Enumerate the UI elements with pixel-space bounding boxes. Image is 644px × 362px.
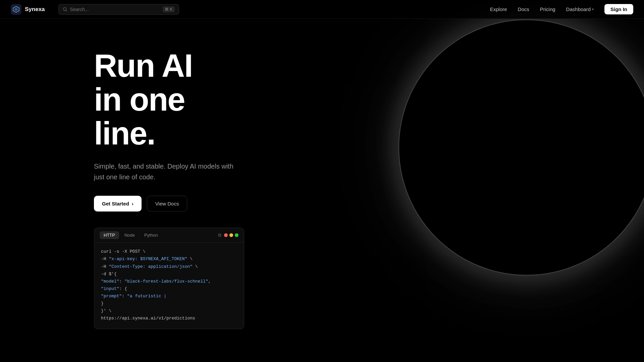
code-content: curl -s -X POST \ -H "x-api-key: $SYNEXA… — [94, 243, 244, 329]
traffic-light-green — [235, 233, 238, 237]
code-tabs: HTTP Node Python ⧉ — [94, 228, 244, 243]
signin-button[interactable]: Sign In — [604, 4, 633, 14]
chevron-down-icon: ▾ — [592, 7, 594, 11]
search-shortcut: ⌘ K — [163, 6, 174, 12]
search-input[interactable] — [70, 7, 160, 12]
code-line-7: "prompt": "a futuristic | — [101, 293, 237, 300]
traffic-light-yellow — [229, 233, 233, 237]
hero-left: Run AI in one line. Simple, fast, and st… — [0, 19, 244, 329]
hero-section: Run AI in one line. Simple, fast, and st… — [0, 19, 644, 362]
nav-explore[interactable]: Explore — [490, 6, 507, 12]
code-block: HTTP Node Python ⧉ curl -s -X POST \ -H … — [94, 228, 244, 329]
nav-dashboard-label: Dashboard — [566, 6, 591, 12]
hero-buttons: Get Started › View Docs — [94, 196, 244, 212]
logo-text: Synexa — [25, 6, 45, 13]
navbar: Synexa ⌘ K Explore Docs Pricing Dashboar… — [0, 0, 644, 19]
code-line-8: } — [101, 300, 237, 307]
tab-node[interactable]: Node — [120, 231, 139, 239]
arrow-right-icon: › — [132, 201, 133, 206]
hero-title-line1: Run AI — [94, 48, 193, 83]
nav-links: Explore Docs Pricing Dashboard ▾ Sign In — [490, 4, 633, 14]
code-tab-actions: ⧉ — [218, 232, 238, 238]
hero-subtitle: Simple, fast, and stable. Deploy AI mode… — [94, 161, 238, 182]
search-container: ⌘ K — [58, 4, 179, 15]
view-docs-button[interactable]: View Docs — [147, 196, 187, 212]
traffic-light-red — [224, 233, 228, 237]
logo-icon — [11, 4, 21, 15]
search-icon — [63, 7, 67, 12]
hero-title-line3: line. — [94, 115, 155, 151]
code-line-9: }' \ — [101, 307, 237, 315]
traffic-lights — [224, 233, 238, 237]
nav-docs[interactable]: Docs — [518, 6, 529, 12]
nav-dashboard[interactable]: Dashboard ▾ — [566, 6, 594, 12]
copy-icon[interactable]: ⧉ — [218, 232, 221, 238]
code-line-6: "input": { — [101, 285, 237, 293]
hero-title-line2: in one — [94, 81, 185, 117]
get-started-button[interactable]: Get Started › — [94, 196, 142, 212]
nav-pricing[interactable]: Pricing — [540, 6, 555, 12]
view-docs-label: View Docs — [155, 201, 179, 206]
code-line-4: -d $'{ — [101, 270, 237, 278]
code-line-1: curl -s -X POST \ — [101, 248, 237, 255]
get-started-label: Get Started — [102, 201, 129, 206]
logo[interactable]: Synexa — [11, 4, 45, 15]
tab-http[interactable]: HTTP — [100, 231, 119, 239]
code-line-10: https://api.synexa.ai/v1/predictions — [101, 315, 237, 322]
hero-title: Run AI in one line. — [94, 49, 244, 150]
code-line-2: -H "x-api-key: $SYNEXA_API_TOKEN" \ — [101, 255, 237, 263]
code-line-5: "model": "black-forest-labs/flux-schnell… — [101, 278, 237, 285]
code-line-3: -H "Content-Type: application/json" \ — [101, 263, 237, 270]
tab-python[interactable]: Python — [140, 231, 162, 239]
